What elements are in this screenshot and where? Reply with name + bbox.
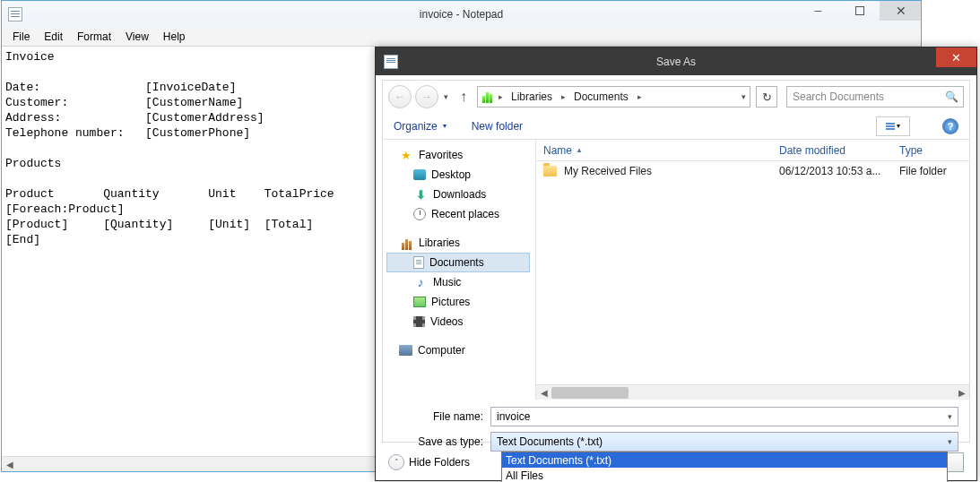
savetype-option-txt[interactable]: Text Documents (*.txt) — [502, 452, 947, 468]
menu-help[interactable]: Help — [156, 29, 193, 45]
breadcrumb-sep-icon[interactable]: ▸ — [635, 92, 645, 101]
filename-label: File name: — [394, 410, 490, 423]
col-name[interactable]: Name▲ — [536, 144, 772, 157]
save-as-titlebar[interactable]: Save As ✕ — [376, 47, 976, 75]
new-folder-button[interactable]: New folder — [472, 120, 523, 133]
forward-button[interactable]: → — [415, 85, 438, 108]
column-headers[interactable]: Name▲ Date modified Type — [536, 140, 969, 161]
save-as-dialog: Save As ✕ ← → ▾ ↑ ▸ Libraries ▸ Document… — [375, 47, 977, 481]
maximize-button[interactable] — [838, 1, 880, 21]
history-dropdown-icon[interactable]: ▾ — [442, 92, 450, 101]
notepad-icon — [8, 7, 22, 22]
list-item[interactable]: My Received Files 06/12/2013 10:53 a... … — [536, 161, 969, 181]
computer-icon — [399, 345, 412, 356]
scroll-right-icon[interactable]: ▶ — [954, 385, 969, 400]
menu-view[interactable]: View — [118, 29, 156, 45]
libraries-icon — [480, 90, 494, 103]
help-icon[interactable]: ? — [942, 118, 958, 134]
save-as-close-button[interactable]: ✕ — [936, 47, 976, 67]
recent-icon — [413, 208, 426, 220]
col-type[interactable]: Type — [892, 144, 969, 157]
file-hscrollbar[interactable]: ◀ ▶ — [536, 384, 969, 400]
search-icon: 🔍 — [945, 90, 958, 103]
nav-row: ← → ▾ ↑ ▸ Libraries ▸ Documents ▸ ▾ ↻ Se… — [383, 81, 969, 113]
minimize-button[interactable]: ─ — [797, 1, 838, 21]
address-dropdown-icon[interactable]: ▾ — [742, 92, 746, 101]
menubar: File Edit Format View Help — [2, 28, 921, 47]
form-area: File name: invoice Save as type: Text Do… — [383, 400, 969, 452]
breadcrumb-sep-icon[interactable]: ▸ — [559, 92, 568, 101]
nav-favorites[interactable]: ★Favorites — [386, 145, 530, 165]
pictures-icon — [413, 297, 426, 307]
address-bar[interactable]: ▸ Libraries ▸ Documents ▸ ▾ — [477, 86, 750, 108]
nav-documents[interactable]: Documents — [386, 253, 530, 272]
navigation-pane[interactable]: ★Favorites Desktop ⬇Downloads Recent pla… — [383, 140, 536, 400]
scroll-left-icon[interactable]: ◀ — [2, 457, 17, 471]
search-placeholder: Search Documents — [793, 90, 884, 103]
videos-icon — [413, 316, 425, 327]
view-mode-button[interactable]: ▾ — [876, 116, 910, 136]
nav-recent[interactable]: Recent places — [386, 204, 530, 224]
folder-icon — [543, 166, 557, 176]
nav-computer[interactable]: Computer — [386, 340, 530, 360]
notepad-titlebar[interactable]: invoice - Notepad ─ ✕ — [2, 1, 921, 28]
toolbar: Organize New folder ▾ ? — [383, 113, 969, 140]
nav-videos[interactable]: Videos — [386, 312, 530, 331]
nav-music[interactable]: ♪Music — [386, 272, 530, 292]
menu-edit[interactable]: Edit — [37, 29, 70, 45]
libraries-icon — [399, 236, 413, 250]
search-input[interactable]: Search Documents 🔍 — [786, 86, 964, 108]
savetype-dropdown[interactable]: Text Documents (*.txt) All Files — [501, 452, 948, 482]
nav-pictures[interactable]: Pictures — [386, 292, 530, 312]
sort-asc-icon: ▲ — [576, 146, 583, 154]
back-button[interactable]: ← — [388, 85, 412, 108]
file-list-pane: Name▲ Date modified Type My Received Fil… — [536, 140, 969, 400]
menu-file[interactable]: File — [5, 29, 37, 45]
crumb-documents[interactable]: Documents — [568, 90, 635, 103]
nav-desktop[interactable]: Desktop — [386, 165, 530, 185]
save-as-title-text: Save As — [656, 56, 696, 68]
up-button[interactable]: ↑ — [454, 87, 473, 107]
desktop-icon — [413, 169, 426, 180]
nav-downloads[interactable]: ⬇Downloads — [386, 185, 530, 204]
notepad-title-text: invoice - Notepad — [420, 8, 503, 21]
savetype-option-all[interactable]: All Files — [502, 468, 947, 482]
breadcrumb-sep-icon[interactable]: ▸ — [496, 92, 506, 101]
refresh-button[interactable]: ↻ — [756, 86, 777, 108]
filename-input[interactable]: invoice — [490, 407, 958, 426]
scroll-track[interactable] — [551, 385, 954, 400]
star-icon: ★ — [399, 148, 413, 162]
document-icon — [413, 256, 424, 269]
file-list[interactable]: My Received Files 06/12/2013 10:53 a... … — [536, 161, 969, 384]
col-date[interactable]: Date modified — [772, 144, 892, 157]
save-as-app-icon — [384, 55, 398, 69]
organize-menu[interactable]: Organize — [394, 120, 447, 133]
downloads-icon: ⬇ — [413, 187, 428, 202]
nav-libraries[interactable]: Libraries — [386, 233, 530, 253]
close-button[interactable]: ✕ — [880, 1, 921, 21]
scroll-thumb[interactable] — [551, 387, 629, 399]
scroll-left-icon[interactable]: ◀ — [536, 385, 551, 400]
hide-folders-label[interactable]: Hide Folders — [409, 456, 470, 469]
menu-format[interactable]: Format — [70, 29, 118, 45]
crumb-libraries[interactable]: Libraries — [506, 90, 559, 103]
music-icon: ♪ — [413, 275, 428, 289]
hide-folders-toggle-icon[interactable]: ˄ — [388, 454, 404, 470]
